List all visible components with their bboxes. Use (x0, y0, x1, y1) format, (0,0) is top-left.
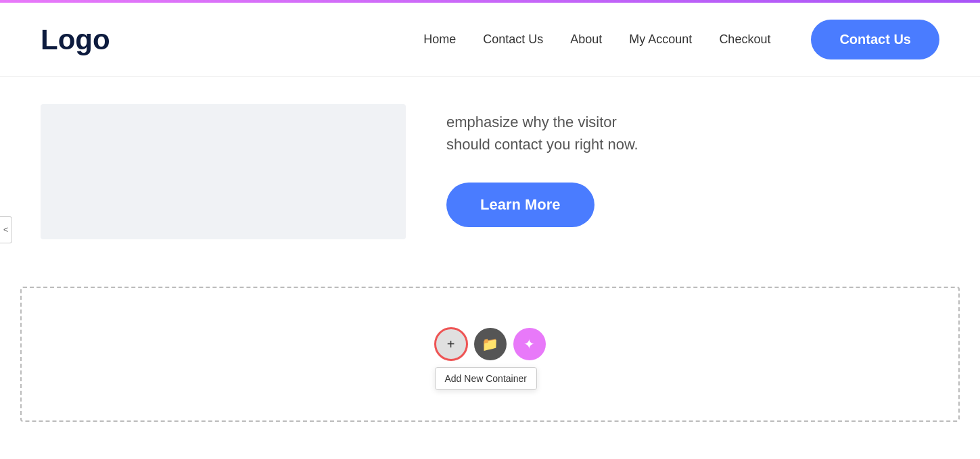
nav-item-contact-us[interactable]: Contact Us (483, 32, 543, 47)
learn-more-button[interactable]: Learn More (446, 183, 594, 227)
add-container-button[interactable]: + (435, 328, 467, 360)
folder-icon: 📁 (482, 336, 498, 352)
plus-icon: + (447, 337, 455, 352)
sparkle-icon: ✦ (523, 336, 535, 352)
nav-item-my-account[interactable]: My Account (629, 32, 692, 47)
left-toggle-button[interactable]: < (0, 216, 12, 243)
magic-button[interactable]: ✦ (513, 328, 546, 360)
logo: Logo (41, 24, 110, 56)
bottom-drop-container[interactable]: + 📁 ✦ Add New Container Drag widget here (20, 287, 960, 422)
description-text: emphasize why the visitor should contact… (446, 111, 939, 155)
nav-item-checkout[interactable]: Checkout (719, 32, 770, 47)
header: Logo Home Contact Us About My Account Ch… (0, 3, 980, 77)
main-content: emphasize why the visitor should contact… (0, 77, 980, 280)
nav-item-about[interactable]: About (570, 32, 602, 47)
add-container-tooltip: Add New Container (435, 367, 537, 390)
hero-image-placeholder (41, 104, 406, 239)
nav-item-home[interactable]: Home (423, 32, 456, 47)
header-contact-us-button[interactable]: Contact Us (811, 20, 939, 59)
nav: Home Contact Us About My Account Checkou… (423, 32, 770, 47)
widget-toolbar: + 📁 ✦ Add New Container (435, 328, 546, 360)
text-area: emphasize why the visitor should contact… (446, 104, 939, 227)
folder-button[interactable]: 📁 (474, 328, 507, 360)
